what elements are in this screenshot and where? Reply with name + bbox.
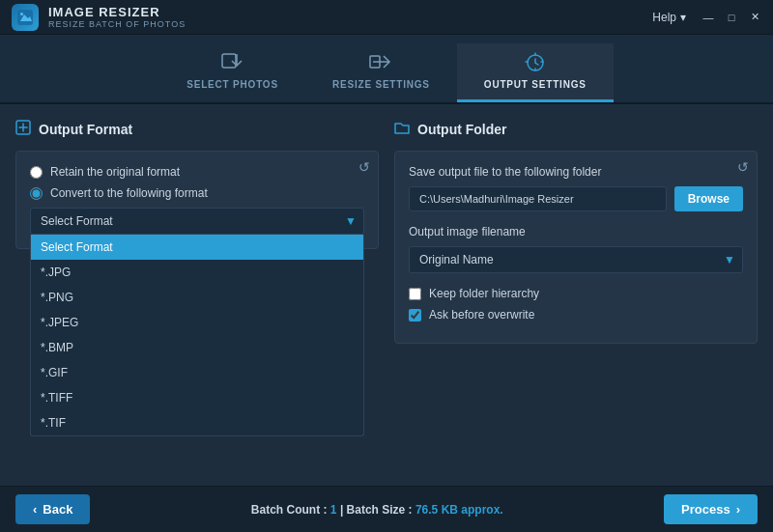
tab-select-photos-label: SELECT PHOTOS: [186, 79, 278, 90]
browse-button[interactable]: Browse: [674, 186, 743, 211]
folder-panel-box: ↺ Save output file to the following fold…: [394, 151, 758, 344]
output-settings-icon: [524, 51, 547, 75]
output-folder-panel: Output Folder ↺ Save output file to the …: [394, 120, 758, 470]
tab-resize-settings-label: RESIZE SETTINGS: [332, 79, 430, 90]
minimize-button[interactable]: —: [701, 11, 715, 24]
help-button[interactable]: Help ▾: [652, 11, 686, 24]
convert-format-row: Convert to the following format: [30, 186, 364, 200]
svg-rect-2: [222, 54, 236, 68]
ask-overwrite-checkbox[interactable]: [409, 309, 421, 322]
ask-overwrite-row: Ask before overwrite: [409, 308, 743, 322]
output-format-header: Output Format: [15, 120, 379, 139]
batch-count-label: Batch Count :: [251, 503, 328, 517]
tab-output-settings-label: OUTPUT SETTINGS: [484, 79, 587, 90]
back-button[interactable]: ‹ Back: [15, 494, 90, 524]
batch-size-label: Batch Size :: [347, 503, 413, 517]
filename-dropdown[interactable]: Original Name: [409, 246, 743, 273]
title-bar: IMAGE RESIZER RESIZE BATCH OF PHOTOS Hel…: [0, 0, 773, 35]
format-option-bmp[interactable]: *.BMP: [31, 335, 363, 360]
convert-format-label: Convert to the following format: [50, 186, 208, 200]
app-title: IMAGE RESIZER: [48, 5, 186, 19]
format-option-jpg[interactable]: *.JPG: [31, 260, 363, 285]
format-panel-box: ↺ Retain the original format Convert to …: [15, 151, 379, 249]
tab-resize-settings[interactable]: RESIZE SETTINGS: [305, 43, 457, 102]
format-option-jpeg[interactable]: *.JPEG: [31, 310, 363, 335]
format-refresh-button[interactable]: ↺: [358, 159, 370, 175]
close-button[interactable]: ✕: [748, 11, 761, 24]
output-folder-title: Output Folder: [417, 122, 507, 137]
bottom-info: Batch Count : 1 | Batch Size : 76.5 KB a…: [251, 503, 503, 517]
tab-output-settings[interactable]: OUTPUT SETTINGS: [457, 43, 614, 102]
maximize-button[interactable]: □: [725, 11, 738, 24]
retain-format-label: Retain the original format: [50, 165, 180, 179]
convert-format-radio[interactable]: [30, 187, 43, 200]
folder-input-row: Browse: [409, 186, 743, 211]
app-name-block: IMAGE RESIZER RESIZE BATCH OF PHOTOS: [48, 5, 186, 29]
keep-hierarchy-label: Keep folder hierarchy: [429, 287, 539, 300]
back-arrow-icon: ‹: [33, 502, 37, 517]
format-option-tiff[interactable]: *.TIFF: [31, 385, 363, 410]
app-subtitle: RESIZE BATCH OF PHOTOS: [48, 19, 186, 29]
retain-format-radio[interactable]: [30, 166, 43, 179]
keep-hierarchy-row: Keep folder hierarchy: [409, 287, 743, 300]
output-folder-icon: [394, 120, 410, 139]
output-folder-header: Output Folder: [394, 120, 758, 139]
title-bar-left: IMAGE RESIZER RESIZE BATCH OF PHOTOS: [12, 4, 186, 31]
process-label: Process: [681, 502, 730, 517]
batch-size-value: 76.5 KB approx.: [415, 503, 503, 517]
nav-tabs: SELECT PHOTOS RESIZE SETTINGS OUTPUT SET…: [0, 35, 773, 104]
format-option-gif[interactable]: *.GIF: [31, 360, 363, 385]
main-content: Output Format ↺ Retain the original form…: [0, 104, 773, 486]
separator: |: [340, 503, 347, 517]
format-dropdown-wrapper: Select Format ▼ Select Format *.JPG *.PN…: [30, 208, 364, 235]
title-bar-right: Help ▾ — □ ✕: [652, 11, 761, 24]
batch-count-value: 1: [330, 503, 337, 517]
svg-point-1: [20, 13, 23, 15]
keep-hierarchy-checkbox[interactable]: [409, 288, 421, 300]
retain-format-row: Retain the original format: [30, 165, 364, 179]
format-option-select[interactable]: Select Format: [31, 235, 363, 260]
app-logo: [12, 4, 39, 31]
output-format-title: Output Format: [39, 122, 132, 137]
filename-label: Output image filename: [409, 225, 743, 238]
save-folder-label: Save output file to the following folder: [409, 165, 743, 179]
filename-dropdown-wrapper: Original Name ▼: [409, 246, 743, 273]
folder-path-input[interactable]: [409, 186, 667, 211]
chevron-down-icon: ▾: [680, 11, 686, 24]
folder-refresh-button[interactable]: ↺: [737, 159, 749, 175]
bottom-bar: ‹ Back Batch Count : 1 | Batch Size : 76…: [0, 486, 773, 532]
output-format-icon: [15, 120, 31, 139]
select-photos-icon: [221, 51, 244, 75]
process-arrow-icon: ›: [736, 502, 740, 517]
ask-overwrite-label: Ask before overwrite: [429, 308, 534, 322]
format-option-tif[interactable]: *.TIF: [31, 410, 363, 435]
output-format-panel: Output Format ↺ Retain the original form…: [15, 120, 379, 470]
window-controls: — □ ✕: [701, 11, 761, 24]
resize-settings-icon: [369, 51, 392, 75]
format-dropdown-list: Select Format *.JPG *.PNG *.JPEG *.BMP *…: [30, 235, 364, 436]
process-button[interactable]: Process ›: [664, 494, 758, 524]
format-dropdown-display[interactable]: Select Format: [30, 208, 364, 235]
tab-select-photos[interactable]: SELECT PHOTOS: [159, 43, 305, 102]
format-option-png[interactable]: *.PNG: [31, 285, 363, 310]
back-label: Back: [43, 502, 72, 517]
